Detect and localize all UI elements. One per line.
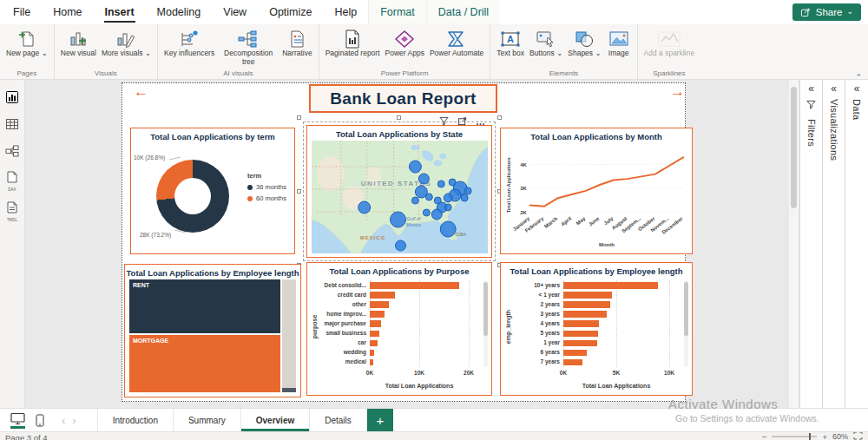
bar-home-improv[interactable] (370, 311, 385, 318)
bar-1-year[interactable] (563, 340, 597, 347)
model-view-button[interactable] (5, 144, 19, 161)
fit-to-page-icon[interactable] (853, 431, 863, 440)
treemap-block-rent[interactable]: RENT (129, 279, 280, 333)
emp-length-bar-chart-card[interactable]: Total Loan Applications by Employee leng… (500, 262, 693, 396)
canvas-scrollbar[interactable] (788, 80, 799, 408)
legend-item-36-months[interactable]: 36 months (247, 183, 286, 191)
expand-panel-icon[interactable]: « (854, 84, 860, 93)
visualizations-panel[interactable]: « Visualizations (822, 80, 845, 408)
scroll-tabs-left-icon[interactable]: ‹ (62, 414, 65, 427)
report-title[interactable]: Bank Loan Report (309, 84, 497, 113)
bar-other[interactable] (370, 301, 389, 308)
zoom-slider[interactable] (772, 436, 817, 437)
bar-10-years[interactable] (563, 282, 658, 289)
menu-item-modeling[interactable]: Modeling (146, 0, 213, 24)
new-page-button[interactable]: New page ⌄ (4, 26, 49, 58)
category-label: car (319, 338, 366, 347)
prev-page-arrow-button[interactable]: ← (134, 83, 148, 101)
menu-item-home[interactable]: Home (42, 0, 93, 24)
legend-item-60-months[interactable]: 60 months (247, 194, 286, 202)
page-tab-overview[interactable]: Overview (240, 409, 309, 431)
menu-item-data-drill[interactable]: Data / Drill (426, 0, 500, 24)
new-visual-button[interactable]: New visual (59, 26, 98, 58)
plot-area[interactable]: 0K10K20K Total Loan Applications (370, 280, 469, 367)
focus-mode-icon[interactable] (457, 114, 467, 129)
menu-item-format[interactable]: Format (368, 0, 426, 24)
bar-chart[interactable]: 10+ years< 1 year2 years3 years4 years5 … (513, 280, 669, 367)
bar-major-purchase[interactable] (370, 320, 381, 327)
menu-item-file[interactable]: File (2, 0, 42, 24)
share-button[interactable]: Share ⌄ (792, 3, 861, 21)
treemap-block-mortgage[interactable]: MORTGAGE (129, 335, 280, 392)
map-chart-card[interactable]: Total Loan Applications by State UNITED … (306, 125, 492, 258)
scroll-tabs-right-icon[interactable]: › (72, 414, 76, 427)
line-chart[interactable]: 2K3K4KJanuaryFebruaryMarchAprilMayJuneJu… (504, 142, 689, 251)
page-tab-details[interactable]: Details (309, 409, 367, 431)
bar-credit-card[interactable] (370, 292, 395, 299)
filter-icon[interactable] (439, 114, 449, 129)
more-visuals-button[interactable]: More visuals ⌄ (100, 26, 153, 58)
collapse-ribbon-icon[interactable]: ⌃ (855, 73, 862, 82)
chart-scrollbar[interactable] (483, 280, 488, 367)
bar-car[interactable] (370, 340, 378, 347)
chart-scrollbar[interactable] (684, 280, 688, 367)
table-view-button[interactable] (5, 117, 19, 135)
line-chart-card[interactable]: Total Loan Applications by Month 2K3K4KJ… (500, 128, 693, 254)
decomposition-tree-icon (237, 28, 260, 49)
narrative-button[interactable]: Narrative (280, 26, 313, 58)
dax-query-view-button[interactable]: DAX (5, 171, 19, 192)
page-tab-introduction[interactable]: Introduction (97, 409, 173, 431)
zoom-slider-thumb[interactable] (809, 433, 811, 440)
filters-panel[interactable]: « Filters (799, 80, 822, 408)
donut-chart-card[interactable]: Total Loan Applications by term 10K (26.… (130, 128, 295, 254)
paginated-report-button[interactable]: Paginated report (324, 26, 382, 58)
bar-2-years[interactable] (563, 301, 610, 308)
us-bubble-map[interactable]: UNITED STATES Gulf of Mexico MEXICO CUBA (312, 141, 488, 253)
image-button[interactable]: Image (605, 26, 633, 58)
menu-item-optimize[interactable]: Optimize (258, 0, 323, 24)
plot-area[interactable]: 0K5K10K Total Loan Applications (563, 280, 669, 367)
menu-item-help[interactable]: Help (323, 0, 368, 24)
bar-chart[interactable]: Debt consolid...credit cardotherhome imp… (319, 280, 469, 367)
bar-1-year[interactable] (563, 292, 612, 299)
treemap-block-other[interactable] (282, 279, 296, 392)
new-page-button[interactable]: + (367, 409, 393, 431)
power-apps-button[interactable]: Power Apps (384, 26, 426, 58)
decomposition-tree-button[interactable]: Decomposition tree (218, 26, 279, 67)
mobile-view-icon[interactable] (36, 414, 44, 427)
page-tab-summary[interactable]: Summary (173, 409, 240, 431)
donut-chart[interactable] (156, 160, 229, 233)
menu-item-insert[interactable]: Insert (94, 0, 146, 24)
menu-item-view[interactable]: View (212, 0, 258, 24)
bar-6-years[interactable] (563, 350, 587, 357)
next-page-arrow-button[interactable]: → (670, 83, 685, 101)
tmdl-view-icon (5, 201, 19, 217)
tmdl-view-button[interactable]: TMDL (5, 201, 19, 222)
x-axis-title: Total Loan Applications (370, 383, 469, 389)
shapes-button[interactable]: Shapes ⌄ (566, 26, 602, 58)
bar-3-years[interactable] (563, 311, 607, 318)
bar-debt-consolid[interactable] (370, 282, 459, 289)
power-automate-button[interactable]: Power Automate (428, 26, 485, 58)
bar-4-years[interactable] (563, 320, 599, 327)
data-panel[interactable]: « Data (845, 80, 868, 408)
desktop-view-icon[interactable] (10, 412, 25, 429)
report-view-button[interactable] (5, 90, 19, 108)
text-box-button[interactable]: AText box (495, 26, 526, 58)
zoom-out-icon[interactable]: − (762, 432, 767, 440)
bar-medical[interactable] (370, 359, 373, 366)
bar-7-years[interactable] (563, 359, 582, 366)
bar-small-business[interactable] (370, 331, 379, 338)
treemap-card[interactable]: Total Loan Applications by Employee leng… (124, 264, 301, 397)
bar-5-years[interactable] (563, 331, 598, 338)
expand-panel-icon[interactable]: « (831, 84, 837, 93)
treemap-block-small[interactable] (282, 388, 296, 392)
buttons-button[interactable]: Buttons ⌄ (528, 26, 564, 58)
purpose-bar-chart-card[interactable]: Total Loan Applications by Purpose purpo… (306, 262, 492, 396)
key-influencers-button[interactable]: Key influencers (162, 26, 216, 58)
treemap[interactable]: RENT MORTGAGE (129, 279, 296, 392)
expand-panel-icon[interactable]: « (808, 84, 814, 93)
more-options-icon[interactable]: … (476, 119, 486, 124)
zoom-in-icon[interactable]: + (822, 432, 827, 440)
bar-wedding[interactable] (370, 350, 374, 357)
